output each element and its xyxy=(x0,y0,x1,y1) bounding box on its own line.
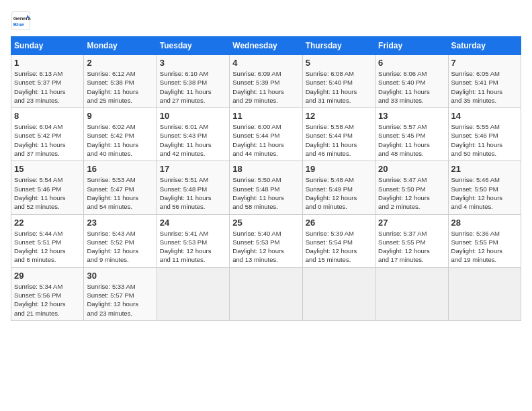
calendar-day-cell: 12Sunrise: 5:58 AM Sunset: 5:44 PM Dayli… xyxy=(302,108,375,161)
calendar-day-cell: 17Sunrise: 5:51 AM Sunset: 5:48 PM Dayli… xyxy=(157,161,229,214)
calendar-day-cell: 15Sunrise: 5:54 AM Sunset: 5:46 PM Dayli… xyxy=(11,161,84,214)
day-number: 27 xyxy=(378,218,445,228)
day-info: Sunrise: 6:10 AM Sunset: 5:38 PM Dayligh… xyxy=(160,69,226,105)
calendar-day-cell: 24Sunrise: 5:41 AM Sunset: 5:53 PM Dayli… xyxy=(157,214,229,267)
day-info: Sunrise: 6:05 AM Sunset: 5:41 PM Dayligh… xyxy=(451,69,518,105)
calendar-day-cell: 18Sunrise: 5:50 AM Sunset: 5:48 PM Dayli… xyxy=(230,161,302,214)
day-number: 18 xyxy=(232,164,299,174)
calendar-day-cell: 3Sunrise: 6:10 AM Sunset: 5:38 PM Daylig… xyxy=(157,55,229,108)
calendar-day-cell: 21Sunrise: 5:46 AM Sunset: 5:50 PM Dayli… xyxy=(448,161,521,214)
calendar-day-cell: 13Sunrise: 5:57 AM Sunset: 5:45 PM Dayli… xyxy=(375,108,448,161)
calendar-day-cell: 11Sunrise: 6:00 AM Sunset: 5:44 PM Dayli… xyxy=(230,108,302,161)
day-info: Sunrise: 6:13 AM Sunset: 5:37 PM Dayligh… xyxy=(14,69,81,105)
day-info: Sunrise: 5:37 AM Sunset: 5:55 PM Dayligh… xyxy=(378,229,445,265)
day-info: Sunrise: 5:46 AM Sunset: 5:50 PM Dayligh… xyxy=(451,175,518,211)
calendar-day-cell xyxy=(375,267,448,320)
calendar-day-cell: 29Sunrise: 5:34 AM Sunset: 5:56 PM Dayli… xyxy=(11,267,84,320)
day-info: Sunrise: 5:48 AM Sunset: 5:49 PM Dayligh… xyxy=(306,175,372,211)
calendar-day-cell: 9Sunrise: 6:02 AM Sunset: 5:42 PM Daylig… xyxy=(84,108,157,161)
day-number: 19 xyxy=(306,164,372,174)
weekday-header-wednesday: Wednesday xyxy=(230,37,302,55)
day-info: Sunrise: 5:58 AM Sunset: 5:44 PM Dayligh… xyxy=(306,122,372,158)
day-info: Sunrise: 6:02 AM Sunset: 5:42 PM Dayligh… xyxy=(87,122,153,158)
day-number: 15 xyxy=(14,164,81,174)
calendar-week-row: 29Sunrise: 5:34 AM Sunset: 5:56 PM Dayli… xyxy=(11,267,521,320)
page-header: General Blue xyxy=(11,11,521,31)
calendar-day-cell xyxy=(157,267,229,320)
day-info: Sunrise: 6:09 AM Sunset: 5:39 PM Dayligh… xyxy=(232,69,299,105)
day-number: 12 xyxy=(306,111,372,121)
calendar-week-row: 1Sunrise: 6:13 AM Sunset: 5:37 PM Daylig… xyxy=(11,55,521,108)
calendar-day-cell: 1Sunrise: 6:13 AM Sunset: 5:37 PM Daylig… xyxy=(11,55,84,108)
day-number: 26 xyxy=(306,218,372,228)
calendar-week-row: 15Sunrise: 5:54 AM Sunset: 5:46 PM Dayli… xyxy=(11,161,521,214)
calendar-day-cell: 25Sunrise: 5:40 AM Sunset: 5:53 PM Dayli… xyxy=(230,214,302,267)
day-number: 25 xyxy=(232,218,299,228)
day-info: Sunrise: 6:08 AM Sunset: 5:40 PM Dayligh… xyxy=(306,69,372,105)
day-number: 16 xyxy=(87,164,153,174)
calendar-day-cell: 20Sunrise: 5:47 AM Sunset: 5:50 PM Dayli… xyxy=(375,161,448,214)
calendar-day-cell: 16Sunrise: 5:53 AM Sunset: 5:47 PM Dayli… xyxy=(84,161,157,214)
day-number: 23 xyxy=(87,218,153,228)
calendar-day-cell: 23Sunrise: 5:43 AM Sunset: 5:52 PM Dayli… xyxy=(84,214,157,267)
calendar-day-cell: 5Sunrise: 6:08 AM Sunset: 5:40 PM Daylig… xyxy=(302,55,375,108)
calendar-day-cell: 28Sunrise: 5:36 AM Sunset: 5:55 PM Dayli… xyxy=(448,214,521,267)
calendar-day-cell: 19Sunrise: 5:48 AM Sunset: 5:49 PM Dayli… xyxy=(302,161,375,214)
weekday-header-friday: Friday xyxy=(375,37,448,55)
logo-icon: General Blue xyxy=(11,11,31,31)
day-number: 5 xyxy=(306,58,372,68)
svg-text:Blue: Blue xyxy=(13,21,24,28)
day-info: Sunrise: 5:50 AM Sunset: 5:48 PM Dayligh… xyxy=(232,175,299,211)
day-info: Sunrise: 5:44 AM Sunset: 5:51 PM Dayligh… xyxy=(14,229,81,265)
calendar-day-cell: 27Sunrise: 5:37 AM Sunset: 5:55 PM Dayli… xyxy=(375,214,448,267)
day-number: 6 xyxy=(378,58,445,68)
logo: General Blue xyxy=(11,11,34,31)
day-info: Sunrise: 6:04 AM Sunset: 5:42 PM Dayligh… xyxy=(14,122,81,158)
day-info: Sunrise: 5:57 AM Sunset: 5:45 PM Dayligh… xyxy=(378,122,445,158)
day-number: 3 xyxy=(160,58,226,68)
day-info: Sunrise: 5:47 AM Sunset: 5:50 PM Dayligh… xyxy=(378,175,445,211)
weekday-header-monday: Monday xyxy=(84,37,157,55)
day-info: Sunrise: 6:06 AM Sunset: 5:40 PM Dayligh… xyxy=(378,69,445,105)
day-number: 13 xyxy=(378,111,445,121)
calendar-day-cell: 7Sunrise: 6:05 AM Sunset: 5:41 PM Daylig… xyxy=(448,55,521,108)
day-info: Sunrise: 5:34 AM Sunset: 5:56 PM Dayligh… xyxy=(14,282,81,318)
day-number: 7 xyxy=(451,58,518,68)
day-number: 4 xyxy=(232,58,299,68)
day-number: 10 xyxy=(160,111,226,121)
day-number: 14 xyxy=(451,111,518,121)
day-number: 28 xyxy=(451,218,518,228)
calendar-day-cell: 22Sunrise: 5:44 AM Sunset: 5:51 PM Dayli… xyxy=(11,214,84,267)
day-info: Sunrise: 5:55 AM Sunset: 5:46 PM Dayligh… xyxy=(451,122,518,158)
calendar-week-row: 8Sunrise: 6:04 AM Sunset: 5:42 PM Daylig… xyxy=(11,108,521,161)
day-number: 1 xyxy=(14,58,81,68)
day-number: 30 xyxy=(87,271,153,281)
day-info: Sunrise: 5:33 AM Sunset: 5:57 PM Dayligh… xyxy=(87,282,153,318)
day-info: Sunrise: 5:43 AM Sunset: 5:52 PM Dayligh… xyxy=(87,229,153,265)
weekday-header-sunday: Sunday xyxy=(11,37,84,55)
day-number: 2 xyxy=(87,58,153,68)
day-number: 9 xyxy=(87,111,153,121)
day-number: 8 xyxy=(14,111,81,121)
day-number: 17 xyxy=(160,164,226,174)
day-number: 24 xyxy=(160,218,226,228)
calendar-table: SundayMondayTuesdayWednesdayThursdayFrid… xyxy=(11,36,521,321)
calendar-day-cell xyxy=(302,267,375,320)
day-info: Sunrise: 5:41 AM Sunset: 5:53 PM Dayligh… xyxy=(160,229,226,265)
calendar-day-cell: 26Sunrise: 5:39 AM Sunset: 5:54 PM Dayli… xyxy=(302,214,375,267)
weekday-header-row: SundayMondayTuesdayWednesdayThursdayFrid… xyxy=(11,37,521,55)
calendar-week-row: 22Sunrise: 5:44 AM Sunset: 5:51 PM Dayli… xyxy=(11,214,521,267)
day-info: Sunrise: 6:01 AM Sunset: 5:43 PM Dayligh… xyxy=(160,122,226,158)
calendar-day-cell: 8Sunrise: 6:04 AM Sunset: 5:42 PM Daylig… xyxy=(11,108,84,161)
day-info: Sunrise: 5:53 AM Sunset: 5:47 PM Dayligh… xyxy=(87,175,153,211)
calendar-day-cell xyxy=(230,267,302,320)
calendar-day-cell: 4Sunrise: 6:09 AM Sunset: 5:39 PM Daylig… xyxy=(230,55,302,108)
calendar-day-cell: 2Sunrise: 6:12 AM Sunset: 5:38 PM Daylig… xyxy=(84,55,157,108)
day-info: Sunrise: 5:40 AM Sunset: 5:53 PM Dayligh… xyxy=(232,229,299,265)
calendar-day-cell: 6Sunrise: 6:06 AM Sunset: 5:40 PM Daylig… xyxy=(375,55,448,108)
day-number: 29 xyxy=(14,271,81,281)
day-number: 21 xyxy=(451,164,518,174)
day-info: Sunrise: 5:54 AM Sunset: 5:46 PM Dayligh… xyxy=(14,175,81,211)
weekday-header-tuesday: Tuesday xyxy=(157,37,229,55)
day-number: 22 xyxy=(14,218,81,228)
